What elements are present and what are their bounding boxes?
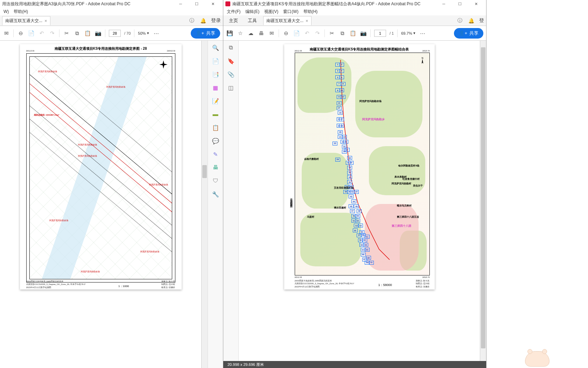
cloud-up-icon[interactable]: ☁ (247, 30, 254, 37)
tabbar: 南疆互联互通大交... × ⓘ 🔔 登录 (0, 15, 223, 26)
tab-close-icon[interactable]: × (44, 18, 47, 23)
menu-window[interactable]: 窗口(W) (281, 8, 300, 15)
menu-file[interactable]: 文件(F) (225, 8, 243, 15)
copy-icon[interactable]: ⧉ (339, 30, 346, 37)
sheet-box: 44 (351, 199, 356, 203)
scroll-thumb[interactable] (202, 165, 207, 178)
tab-close-icon[interactable]: × (306, 18, 308, 23)
sheet-box: 52 (355, 219, 360, 223)
more-icon[interactable]: ⋯ (153, 30, 160, 37)
redo-icon[interactable]: ↷ (314, 30, 321, 37)
comment-icon[interactable]: 💬 (211, 137, 220, 145)
page-number-input[interactable] (374, 30, 386, 37)
sign-icon[interactable]: ✎ (211, 150, 220, 158)
close-button[interactable]: ✕ (205, 0, 221, 8)
zoom-select[interactable]: 69.7% ▾ (401, 31, 415, 35)
sheet-box: 29 (335, 158, 340, 162)
maximize-button[interactable]: ☐ (452, 0, 468, 8)
bell-icon[interactable]: 🔔 (468, 18, 474, 24)
page-total: / 1 (390, 31, 394, 35)
minimize-button[interactable]: ─ (436, 0, 452, 8)
sheet-box: 43 (349, 195, 354, 198)
menu-edit[interactable]: 编辑(E) (243, 8, 261, 15)
place-label: 阿克萨克玛热勒乡 (362, 117, 385, 121)
stamp-icon[interactable]: 🖶 (211, 163, 220, 172)
vertical-scrollbar[interactable] (201, 41, 208, 368)
scale-label: 1：58000 (378, 282, 392, 288)
map-footer-right: 测量员: 陈卡其 制图员: 伍计程 检查员: 张捕承 (416, 279, 429, 288)
info-icon[interactable]: ⓘ (189, 18, 195, 24)
email-icon[interactable]: ✉ (3, 30, 10, 37)
undo-icon[interactable]: ↶ (303, 30, 310, 37)
zoom-select[interactable]: 50% ▾ (138, 31, 149, 35)
menu-view[interactable]: 视图(V) (262, 8, 280, 15)
cut-icon[interactable]: ✂ (63, 30, 70, 37)
document-tab[interactable]: 南疆互联互通大交... × (2, 16, 50, 25)
export-icon[interactable]: 📑 (211, 70, 220, 79)
clipboard-icon[interactable]: 📋 (84, 30, 91, 37)
camera-icon[interactable]: 📷 (94, 30, 102, 37)
login-link[interactable]: 登 (479, 18, 484, 24)
attachment-icon[interactable]: 📎 (227, 70, 235, 79)
vertical-scrollbar[interactable] (480, 41, 486, 368)
page-icon[interactable]: 📄 (293, 30, 300, 37)
share-button[interactable]: 👤+ 共享 (191, 28, 220, 39)
tab-home[interactable]: 主页 (225, 16, 241, 25)
more-tools-icon[interactable]: 🔧 (211, 190, 220, 198)
page-number-input[interactable] (109, 30, 121, 37)
parcel-label: 阿克萨克玛热勒农场 (106, 86, 125, 89)
star-icon[interactable]: ☆ (237, 30, 244, 37)
minimize-button[interactable]: ─ (173, 0, 189, 8)
info-icon[interactable]: ⓘ (457, 18, 463, 24)
redact-icon[interactable]: ▬ (211, 110, 220, 118)
sheet-box: 70 (369, 261, 374, 265)
menu-help[interactable]: 帮助(H) (301, 8, 320, 15)
scroll-thumb[interactable] (481, 47, 485, 348)
protect-icon[interactable]: 📋 (211, 123, 220, 132)
zoom-out-icon[interactable]: ⊖ (282, 30, 289, 37)
page-icon[interactable]: 📄 (28, 30, 35, 37)
document-pane[interactable]: 南疆互联互通大交通项目KS专用连接段用地勘测定界图幅结合表 26512.08 2… (239, 41, 480, 368)
search-icon[interactable]: 🔍 (211, 43, 220, 52)
cut-icon[interactable]: ✂ (328, 30, 335, 37)
tab-tools[interactable]: 工具 (244, 16, 260, 25)
edit-icon[interactable]: 📝 (211, 97, 220, 105)
sheet-box: 28 (342, 150, 347, 154)
login-link[interactable]: 登录 (211, 18, 221, 24)
document-tab[interactable]: 南疆互联互通大交... × (263, 16, 312, 25)
bell-icon[interactable]: 🔔 (200, 18, 206, 24)
share-button[interactable]: 👤+ 共享 (454, 28, 483, 39)
sheet-box: 61 (365, 235, 370, 239)
thumbnails-icon[interactable]: ⧉ (227, 43, 235, 52)
content-area: 南疆互联互通大交通项目KS专用连接段用地勘测定界图 - 28 265115.59… (0, 41, 223, 368)
map-footer-left: 2000国家大地坐标系,1985国家高程基准 高斯投影CGCS2000_3_De… (26, 280, 86, 289)
svg-text:N: N (421, 57, 423, 59)
redo-icon[interactable]: ↷ (49, 30, 56, 37)
layers-icon[interactable]: ◫ (227, 83, 235, 92)
zoom-out-icon[interactable]: ⊖ (17, 30, 24, 37)
print-icon[interactable]: 🖶 (258, 30, 265, 37)
maximize-button[interactable]: ☐ (189, 0, 205, 8)
bookmark-icon[interactable]: 🔖 (227, 57, 235, 65)
mascot-ear (542, 349, 547, 354)
organize-icon[interactable]: ▦ (211, 83, 220, 92)
menu-w[interactable]: W) (1, 8, 11, 15)
close-button[interactable]: ✕ (468, 0, 484, 8)
coord-bl: 26512.08 (295, 276, 302, 278)
undo-icon[interactable]: ↶ (38, 30, 45, 37)
document-pane[interactable]: 南疆互联互通大交通项目KS专用连接段用地勘测定界图 - 28 265115.59… (0, 41, 201, 368)
email-icon[interactable]: ✉ (268, 30, 275, 37)
copy-icon[interactable]: ⧉ (74, 30, 80, 37)
camera-icon[interactable]: 📷 (360, 30, 367, 37)
toolbar: 💾 ☆ ☁ 🖶 ✉ ⊖ 📄 ↶ ↷ ✂ ⧉ 📋 📷 / 1 69.7% ▾ ⋯ … (223, 26, 486, 41)
sheet-box: 50 (355, 214, 360, 218)
save-icon[interactable]: 💾 (226, 30, 233, 37)
coord-tl: 265115.59 (26, 50, 35, 52)
page-total: / 70 (124, 31, 131, 35)
shield-icon[interactable]: 🛡 (211, 177, 220, 185)
menu-help[interactable]: 帮助(H) (12, 8, 30, 15)
clipboard-icon[interactable]: 📋 (349, 30, 356, 37)
create-pdf-icon[interactable]: 📄 (211, 57, 220, 65)
more-icon[interactable]: ⋯ (419, 30, 426, 37)
tools-rail: 🔍 📄 📑 ▦ 📝 ▬ 📋 💬 ✎ 🖶 🛡 🔧 (208, 41, 223, 368)
